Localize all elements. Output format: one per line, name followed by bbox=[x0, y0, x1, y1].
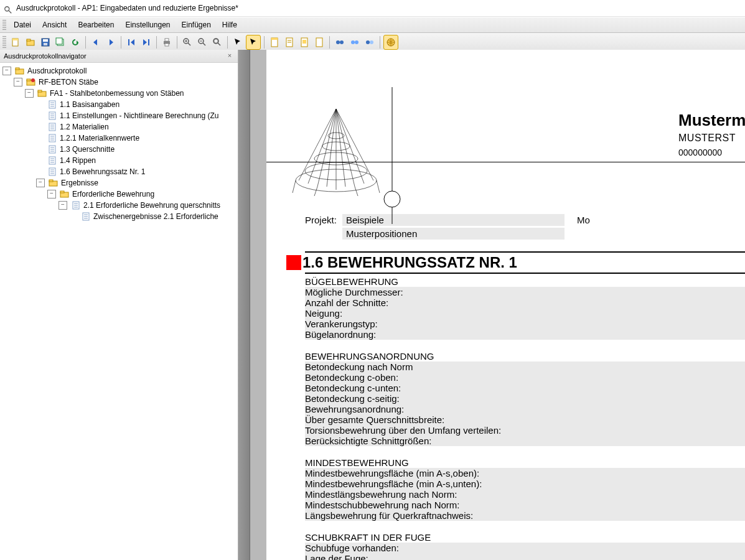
svg-line-21 bbox=[203, 43, 205, 45]
pointer-button[interactable] bbox=[246, 35, 261, 50]
link-a-button[interactable] bbox=[333, 35, 347, 49]
tree-item[interactable]: 1.2.1 Materialkennwerte bbox=[0, 133, 238, 144]
tree-item[interactable]: −Ergebnisse bbox=[0, 177, 238, 189]
svg-line-24 bbox=[218, 43, 220, 45]
tree-item[interactable]: 1.1 Einstellungen - Nichtlineare Berechn… bbox=[0, 110, 238, 121]
tree-item-label: 1.1 Basisangaben bbox=[60, 100, 119, 109]
tree-item[interactable]: 1.3 Querschnitte bbox=[0, 144, 238, 155]
menu-hilfe[interactable]: Hilfe bbox=[217, 19, 242, 30]
tree-item[interactable]: 1.1 Basisangaben bbox=[0, 99, 238, 110]
menu-einstellungen[interactable]: Einstellungen bbox=[120, 19, 175, 30]
tree-item-label: Ergebnisse bbox=[61, 179, 98, 187]
svg-rect-27 bbox=[271, 38, 278, 40]
tree-item[interactable]: 1.4 Rippen bbox=[0, 155, 238, 166]
tree-item[interactable]: 1.2 Materialien bbox=[0, 121, 238, 133]
folder-icon bbox=[60, 189, 70, 199]
menu-bearbeiten[interactable]: Bearbeiten bbox=[73, 19, 119, 30]
link-b-button[interactable] bbox=[348, 35, 362, 49]
refresh-button[interactable] bbox=[68, 35, 82, 49]
zoom-out-button[interactable] bbox=[195, 35, 209, 49]
svg-rect-12 bbox=[148, 39, 149, 45]
section-marker-icon bbox=[286, 255, 301, 270]
navigator-panel: Ausdruckprotokollnavigator × −Ausdruckpr… bbox=[0, 50, 238, 560]
window-title: Ausdruckprotokoll - AP1: Eingabedaten un… bbox=[16, 0, 238, 16]
data-row: Bewehrungsanordnung: bbox=[305, 404, 745, 414]
menu-einfuegen[interactable]: Einfügen bbox=[176, 19, 215, 30]
group-heading: MINDESTBEWEHRUNG bbox=[305, 455, 745, 468]
menu-ansicht[interactable]: Ansicht bbox=[37, 19, 72, 30]
tree-item[interactable]: −2.1 Erforderliche Bewehrung querschnitt… bbox=[0, 200, 238, 211]
nav-prev-button[interactable] bbox=[89, 35, 103, 49]
svg-rect-77 bbox=[49, 180, 53, 182]
tree-item[interactable]: −RF-BETON Stäbe bbox=[0, 77, 238, 88]
sheet-icon bbox=[47, 156, 57, 166]
navigator-tree[interactable]: −Ausdruckprotokoll−RF-BETON Stäbe−FA1 - … bbox=[0, 63, 238, 560]
collapse-icon[interactable]: − bbox=[36, 179, 45, 187]
svg-rect-42 bbox=[16, 68, 19, 70]
grip-icon bbox=[2, 20, 6, 30]
select-button[interactable] bbox=[231, 35, 245, 49]
twisty-blank bbox=[36, 112, 44, 119]
twisty-blank bbox=[36, 146, 44, 153]
svg-rect-5 bbox=[27, 39, 30, 41]
new-button[interactable] bbox=[9, 35, 22, 49]
zoom-in-button[interactable] bbox=[180, 35, 194, 49]
open-button[interactable] bbox=[24, 35, 37, 49]
print-button[interactable] bbox=[160, 35, 174, 49]
document-page: Musterma MUSTERST 000000000 Projekt: Bei… bbox=[266, 50, 745, 560]
preview-pane[interactable]: Musterma MUSTERST 000000000 Projekt: Bei… bbox=[238, 50, 745, 560]
data-row: Bügelanordnung: bbox=[305, 329, 745, 340]
nav-last-button[interactable] bbox=[139, 35, 153, 49]
tree-item[interactable]: −Erforderliche Bewehrung bbox=[0, 189, 238, 200]
tree-item[interactable]: −Ausdruckprotokoll bbox=[0, 65, 238, 77]
data-row: Berücksichtigte Schnittgrößen: bbox=[305, 436, 745, 446]
collapse-icon[interactable]: − bbox=[2, 67, 11, 75]
tree-item[interactable]: 1.6 Bewehrungssatz Nr. 1 bbox=[0, 166, 238, 177]
svg-rect-3 bbox=[12, 39, 18, 40]
twisty-blank bbox=[36, 134, 44, 142]
tree-item-label: 1.1 Einstellungen - Nichtlineare Berechn… bbox=[60, 111, 218, 120]
svg-rect-15 bbox=[165, 44, 169, 46]
sheet-icon bbox=[71, 200, 81, 210]
save-all-button[interactable] bbox=[54, 35, 67, 49]
zoom-fit-button[interactable] bbox=[210, 35, 224, 49]
nav-first-button[interactable] bbox=[124, 35, 138, 49]
svg-rect-33 bbox=[316, 38, 322, 47]
tree-item-label: 1.2 Materialien bbox=[60, 123, 109, 131]
svg-rect-44 bbox=[27, 79, 30, 81]
section-title: 1.6 BEWEHRUNGSSATZ NR. 1 bbox=[302, 254, 517, 271]
company-number: 000000000 bbox=[678, 147, 745, 157]
sheet-icon bbox=[47, 122, 57, 132]
svg-point-90 bbox=[384, 191, 400, 207]
data-row: Torsionsbewehrung über den Umfang vertei… bbox=[305, 425, 745, 436]
svg-point-35 bbox=[340, 40, 344, 44]
navigator-header: Ausdruckprotokollnavigator × bbox=[0, 50, 238, 63]
navigator-title: Ausdruckprotokollnavigator bbox=[4, 52, 87, 60]
menu-datei[interactable]: Datei bbox=[9, 19, 36, 30]
tree-item-label: FA1 - Stahlbetonbemessung von Stäben bbox=[50, 89, 184, 98]
svg-rect-25 bbox=[214, 39, 218, 43]
collapse-icon[interactable]: − bbox=[59, 201, 67, 210]
doc-a-button[interactable] bbox=[268, 35, 281, 49]
tree-item-label: Erforderliche Bewehrung bbox=[72, 190, 154, 198]
collapse-icon[interactable]: − bbox=[47, 190, 56, 198]
doc-d-button[interactable] bbox=[312, 35, 326, 49]
save-button[interactable] bbox=[39, 35, 52, 49]
data-row: Mindestbewehrungsfläche (min A-s,unten): bbox=[305, 478, 745, 489]
navigator-close-button[interactable]: × bbox=[225, 52, 234, 60]
tree-item[interactable]: Zwischenergebnisse 2.1 Erforderliche bbox=[0, 211, 238, 222]
collapse-icon[interactable]: − bbox=[25, 89, 34, 98]
svg-line-97 bbox=[314, 187, 317, 196]
company-logo bbox=[305, 87, 454, 199]
globe-button[interactable] bbox=[383, 35, 398, 50]
nav-next-button[interactable] bbox=[104, 35, 118, 49]
doc-b-button[interactable] bbox=[283, 35, 296, 49]
sheet-icon bbox=[47, 167, 57, 177]
doc-c-button[interactable] bbox=[298, 35, 311, 49]
link-c-button[interactable] bbox=[363, 35, 377, 49]
tree-item-label: Zwischenergebnisse 2.1 Erforderliche bbox=[93, 212, 218, 221]
company-subtitle: MUSTERST bbox=[678, 133, 745, 144]
data-row: Neigung: bbox=[305, 308, 745, 319]
tree-item[interactable]: −FA1 - Stahlbetonbemessung von Stäben bbox=[0, 88, 238, 99]
collapse-icon[interactable]: − bbox=[14, 78, 22, 86]
